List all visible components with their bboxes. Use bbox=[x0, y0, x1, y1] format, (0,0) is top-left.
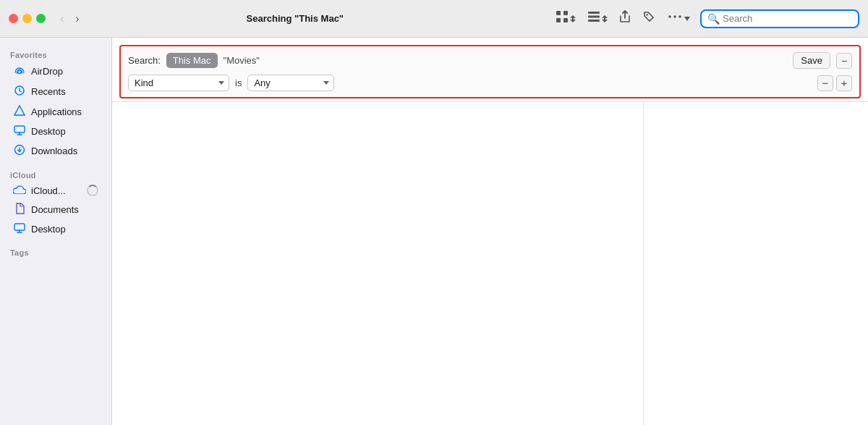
icloud-row: iCloud... bbox=[31, 185, 98, 196]
list-view-button[interactable] bbox=[583, 7, 612, 30]
desktop2-icon bbox=[13, 223, 26, 235]
sidebar-item-icloud[interactable]: iCloud... bbox=[3, 182, 109, 199]
svg-rect-4 bbox=[588, 12, 600, 14]
downloads-icon bbox=[13, 144, 26, 158]
svg-point-10 bbox=[678, 15, 681, 18]
criteria-action-buttons: − + bbox=[817, 75, 852, 91]
plus-icon: + bbox=[841, 77, 848, 89]
scope-movies-label: "Movies" bbox=[224, 55, 260, 66]
svg-point-8 bbox=[668, 15, 671, 18]
remove-criteria-button[interactable]: − bbox=[817, 75, 833, 91]
icloud-spinner bbox=[87, 185, 98, 196]
svg-rect-15 bbox=[14, 224, 25, 230]
results-area bbox=[112, 101, 868, 425]
window-title: Searching "This Mac" bbox=[45, 13, 545, 24]
add-criteria-button[interactable]: + bbox=[836, 75, 852, 91]
sidebar-item-airdrop[interactable]: AirDrop bbox=[3, 62, 109, 81]
is-label: is bbox=[235, 77, 242, 88]
sidebar-item-applications[interactable]: Applications bbox=[3, 102, 109, 122]
airdrop-icon bbox=[13, 64, 26, 78]
titlebar: ‹ › Searching "This Mac" bbox=[0, 0, 868, 38]
tags-label: Tags bbox=[0, 244, 111, 258]
search-icon: 🔍 bbox=[707, 13, 720, 25]
minus2-icon: − bbox=[822, 77, 829, 89]
search-bar[interactable]: 🔍 bbox=[700, 9, 859, 28]
sidebar-item-desktop2[interactable]: Desktop bbox=[3, 220, 109, 238]
documents-icon bbox=[13, 203, 26, 216]
search-label: Search: bbox=[128, 55, 161, 66]
airdrop-label: AirDrop bbox=[31, 66, 63, 77]
svg-rect-13 bbox=[14, 126, 25, 132]
any-select[interactable]: Any Application Folder Document Movie Mu… bbox=[247, 75, 334, 91]
desktop-label: Desktop bbox=[31, 126, 66, 137]
documents-label: Documents bbox=[31, 204, 79, 215]
recents-label: Recents bbox=[31, 86, 66, 97]
more-button[interactable] bbox=[663, 7, 694, 30]
svg-rect-0 bbox=[556, 11, 561, 15]
minimize-button[interactable] bbox=[22, 14, 32, 23]
svg-point-9 bbox=[673, 15, 676, 18]
list-icon bbox=[587, 10, 600, 27]
downloads-label: Downloads bbox=[31, 146, 77, 156]
sidebar: Favorites AirDrop Recents bbox=[0, 38, 112, 425]
svg-rect-3 bbox=[563, 18, 568, 22]
save-search-button[interactable]: Save bbox=[793, 52, 830, 69]
svg-rect-1 bbox=[563, 11, 568, 15]
minus-icon: − bbox=[841, 55, 847, 67]
share-icon bbox=[619, 10, 631, 27]
search-criteria-box: Search: This Mac "Movies" Save − Kind Na… bbox=[119, 45, 861, 98]
remove-search-button[interactable]: − bbox=[836, 53, 852, 69]
grid-icon bbox=[556, 10, 569, 27]
applications-icon bbox=[13, 105, 26, 119]
search-scope-row: Search: This Mac "Movies" Save − bbox=[128, 52, 852, 69]
tag-button[interactable] bbox=[638, 7, 660, 30]
icloud-label: iCloud bbox=[0, 167, 111, 181]
window-controls bbox=[9, 14, 46, 23]
results-preview bbox=[644, 101, 868, 425]
criteria-row: Kind Name Extension Visibility Date Modi… bbox=[128, 75, 852, 91]
search-input[interactable] bbox=[723, 13, 852, 24]
more-icon bbox=[667, 10, 683, 27]
svg-point-7 bbox=[646, 14, 647, 15]
desktop2-label: Desktop bbox=[31, 224, 66, 235]
sidebar-item-recents[interactable]: Recents bbox=[3, 82, 109, 101]
favorites-label: Favorites bbox=[0, 46, 111, 61]
results-list bbox=[112, 101, 644, 425]
toolbar-icons bbox=[551, 7, 694, 30]
tag-icon bbox=[642, 10, 655, 27]
svg-rect-5 bbox=[588, 16, 600, 18]
svg-rect-6 bbox=[588, 20, 600, 22]
share-button[interactable] bbox=[615, 7, 635, 30]
desktop-icon bbox=[13, 125, 26, 138]
icloud-icon bbox=[13, 185, 26, 196]
sidebar-item-downloads[interactable]: Downloads bbox=[3, 141, 109, 161]
main-area: Favorites AirDrop Recents bbox=[0, 38, 868, 425]
icloud-label-text: iCloud... bbox=[31, 185, 66, 196]
content-panel: Search: This Mac "Movies" Save − Kind Na… bbox=[112, 38, 868, 425]
recents-icon bbox=[13, 85, 26, 98]
close-button[interactable] bbox=[9, 14, 18, 23]
sidebar-item-desktop[interactable]: Desktop bbox=[3, 122, 109, 140]
grid-view-button[interactable] bbox=[551, 7, 580, 30]
sidebar-item-documents[interactable]: Documents bbox=[3, 200, 109, 219]
applications-label: Applications bbox=[31, 106, 82, 117]
svg-rect-2 bbox=[556, 18, 561, 22]
scope-this-mac-button[interactable]: This Mac bbox=[166, 53, 218, 68]
kind-select[interactable]: Kind Name Extension Visibility Date Modi… bbox=[128, 75, 229, 91]
